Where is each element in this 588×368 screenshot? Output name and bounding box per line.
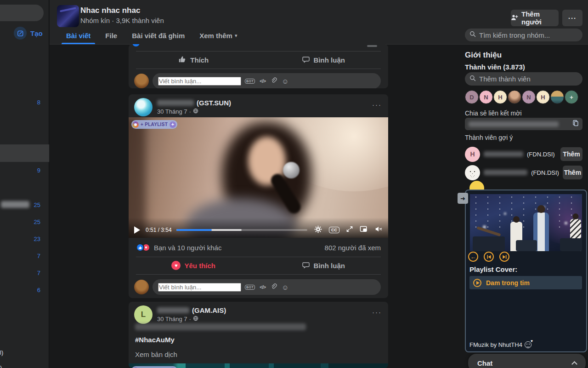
author-name-blurred xyxy=(157,100,194,106)
playlist-badge[interactable]: + PLAYLIST + xyxy=(131,120,177,129)
group-avatar[interactable] xyxy=(57,5,79,27)
unread-badge: 7 xyxy=(37,270,40,276)
suggested-name-blurred xyxy=(484,170,527,175)
emoji-icon[interactable]: ☺ xyxy=(282,78,288,85)
post-menu-button[interactable]: ··· xyxy=(372,101,382,109)
paperclip-icon[interactable] xyxy=(270,283,277,292)
like-reaction-icon[interactable] xyxy=(136,243,144,252)
video-post-card: (GST.SUN) 30 Tháng 7 · ··· + PLAYLIST + xyxy=(129,94,388,298)
add-people-button[interactable]: Thêm người xyxy=(511,10,559,26)
fullscreen-icon[interactable] xyxy=(346,225,353,235)
person-add-icon xyxy=(511,14,518,23)
captions-button[interactable]: CC xyxy=(329,227,339,233)
playlist-badge[interactable]: + PLAYLIST + xyxy=(131,366,177,368)
suggested-member-row: (FDN.DSI) Thêm xyxy=(465,165,582,180)
unread-badge: 7 xyxy=(37,253,40,259)
chat-bar[interactable]: Chat xyxy=(468,354,586,368)
volume-muted-icon[interactable] xyxy=(374,225,383,235)
group-more-button[interactable]: ··· xyxy=(562,10,582,26)
bot-icon[interactable]: BOT xyxy=(245,285,255,290)
settings-gear-icon[interactable] xyxy=(314,225,322,236)
tab-files[interactable]: File xyxy=(98,27,124,44)
author-suffix[interactable]: (GAM.AIS) xyxy=(192,306,226,314)
member-avatar[interactable]: D xyxy=(465,90,479,104)
sidebar-active-item[interactable] xyxy=(0,144,49,162)
blurred-item-label xyxy=(1,201,29,208)
suggested-avatar-doodle[interactable] xyxy=(465,165,480,180)
reactions-summary[interactable]: Bạn và 10 người khác xyxy=(154,244,221,252)
add-member-button[interactable]: Thêm xyxy=(560,147,582,161)
see-translation-link[interactable]: Xem bản dịch xyxy=(135,351,177,358)
member-avatar[interactable]: N xyxy=(522,90,536,104)
video-progress-bar[interactable] xyxy=(176,229,307,231)
comment-button[interactable]: Bình luận xyxy=(259,55,389,65)
tab-posts[interactable]: Bài viết xyxy=(59,27,98,44)
disc-icon xyxy=(132,121,139,128)
plus-icon: + xyxy=(170,121,176,128)
paperclip-icon[interactable] xyxy=(270,77,277,86)
post-date[interactable]: 30 Tháng 7 xyxy=(157,108,187,115)
user-avatar[interactable] xyxy=(134,74,149,88)
back-button[interactable]: ← xyxy=(468,252,478,262)
hashtag[interactable]: #NhacAuMy xyxy=(135,336,175,344)
globe-icon xyxy=(193,316,198,322)
group-search-input[interactable] xyxy=(479,31,578,39)
text-post-card: L (GAM.AIS) 30 Tháng 7 · ··· #NhacAuMy X… xyxy=(129,302,388,368)
heart-icon: ♥ xyxy=(171,261,181,270)
next-video-preview[interactable]: + PLAYLIST + xyxy=(129,363,388,368)
member-avatar[interactable]: N xyxy=(479,90,493,104)
author-suffix[interactable]: (GST.SUN) xyxy=(197,99,231,107)
next-track-button[interactable] xyxy=(499,252,509,262)
invite-link-blurred xyxy=(469,121,559,127)
member-avatar-photo[interactable] xyxy=(508,90,521,104)
code-icon[interactable]: </> xyxy=(260,284,266,290)
comment-input-pill: BOT </> ☺ xyxy=(153,73,381,88)
post-text-blurred xyxy=(135,323,306,330)
comment-button[interactable]: Bình luận xyxy=(259,261,389,270)
bot-icon[interactable]: BOT xyxy=(245,79,255,84)
facebook-group-page: Tạo 8 9 25 25 23 7 7 6 l) ) Nhac nhac nh… xyxy=(0,0,588,368)
like-button[interactable]: Thích xyxy=(129,55,259,65)
member-avatar-photo[interactable] xyxy=(550,90,564,104)
comment-input[interactable] xyxy=(158,283,241,292)
tab-see-more[interactable]: Xem thêm▾ xyxy=(192,27,244,44)
author-avatar[interactable]: L xyxy=(134,305,153,324)
sidebar-search-pill[interactable] xyxy=(0,5,44,21)
track-title: Dam trong tim xyxy=(486,279,530,287)
create-label: Tạo xyxy=(30,29,43,37)
video-time: 0:51 / 3:54 xyxy=(146,227,172,233)
member-search-input[interactable] xyxy=(479,75,578,83)
comment-input[interactable] xyxy=(158,77,241,86)
author-avatar[interactable] xyxy=(134,98,153,116)
post-menu-button[interactable]: ··· xyxy=(372,308,382,316)
love-button[interactable]: ♥ Yêu thích xyxy=(129,261,259,270)
invite-link-pill[interactable] xyxy=(465,118,582,130)
create-button[interactable]: Tạo xyxy=(14,27,43,40)
play-button[interactable] xyxy=(134,226,140,234)
popup-collapse-tab[interactable]: ➜ xyxy=(458,193,468,204)
tab-pinned-posts[interactable]: Bài viết đã ghim xyxy=(124,27,192,44)
comment-composer: BOT </> ☺ xyxy=(129,71,388,88)
unread-badge: 25 xyxy=(34,201,40,208)
member-avatar[interactable]: H xyxy=(536,90,550,104)
member-avatar-more[interactable]: + xyxy=(565,90,578,104)
post-header: L (GAM.AIS) 30 Tháng 7 · ··· xyxy=(129,302,388,325)
previous-track-button[interactable] xyxy=(484,252,494,262)
add-member-button[interactable]: Thêm xyxy=(563,166,582,179)
view-count[interactable]: 802 người đã xem xyxy=(325,244,381,252)
playlist-track-item[interactable]: Dam trong tim xyxy=(469,276,582,289)
suggested-avatar[interactable]: H xyxy=(465,147,480,162)
globe-icon xyxy=(193,108,198,115)
playlist-cover-thumbnail[interactable] xyxy=(470,194,582,251)
video-player[interactable]: + PLAYLIST + 0:51 / 3:54 CC xyxy=(129,117,388,238)
suggested-members-title: Thành viên gợi ý xyxy=(465,134,513,141)
member-avatar[interactable]: H xyxy=(493,90,507,104)
emoji-icon[interactable]: ☺ xyxy=(282,284,288,291)
copy-icon[interactable] xyxy=(572,120,579,128)
chevron-down-icon: ▾ xyxy=(235,33,237,39)
members-title[interactable]: Thành viên (3.873) xyxy=(465,63,525,71)
picture-in-picture-icon[interactable] xyxy=(360,225,368,235)
code-icon[interactable]: </> xyxy=(260,78,266,84)
user-avatar[interactable] xyxy=(134,280,149,294)
post-date[interactable]: 30 Tháng 7 xyxy=(157,316,187,322)
